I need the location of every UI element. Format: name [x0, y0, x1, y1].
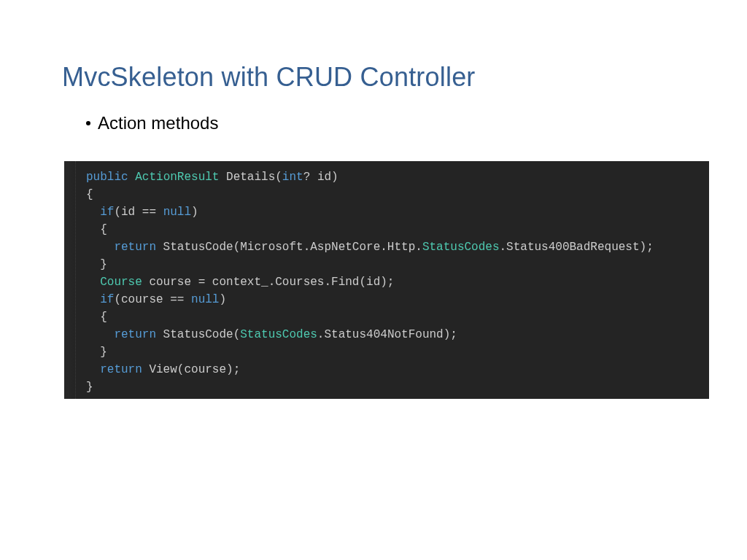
code-token: ActionResult: [135, 171, 219, 184]
code-token: int: [282, 171, 303, 184]
bullet-dot-icon: [86, 121, 90, 125]
code-token: (id ==: [114, 206, 163, 219]
code-token: StatusCode(Microsoft.AspNetCore.Http.: [156, 241, 422, 254]
code-token: }: [100, 258, 107, 271]
bullet-text: Action methods: [98, 113, 218, 133]
code-token: {: [100, 311, 107, 324]
code-gutter: [64, 161, 76, 399]
slide: MvcSkeleton with CRUD Controller Action …: [0, 0, 747, 560]
code-token: View(course);: [142, 363, 240, 376]
code-token: }: [100, 346, 107, 359]
code-block: public ActionResult Details(int? id) { i…: [64, 161, 709, 399]
code-token: Course: [100, 276, 142, 289]
code-token: {: [100, 223, 107, 236]
code-token: {: [86, 188, 93, 201]
code-token: if: [100, 293, 114, 306]
code-token: StatusCodes: [422, 241, 500, 254]
code-token: ): [191, 206, 198, 219]
code-token: (course ==: [114, 293, 191, 306]
code-token: if: [100, 206, 114, 219]
code-token: }: [86, 381, 93, 394]
code-token: return: [114, 328, 156, 341]
code-token: null: [191, 293, 219, 306]
code-token: StatusCode(: [156, 328, 240, 341]
bullet-item: Action methods: [0, 93, 747, 133]
code-token: course = context_.Courses.Find(id);: [142, 276, 395, 289]
code-token: .Status400BadRequest);: [500, 241, 654, 254]
code-token: return: [114, 241, 156, 254]
code-token: .Status404NotFound);: [317, 328, 457, 341]
code-content: public ActionResult Details(int? id) { i…: [86, 168, 654, 396]
code-token: ): [219, 293, 226, 306]
code-token: ? id): [303, 171, 338, 184]
code-token: return: [100, 363, 142, 376]
code-token: StatusCodes: [240, 328, 317, 341]
code-token: null: [163, 206, 191, 219]
slide-title: MvcSkeleton with CRUD Controller: [0, 0, 747, 93]
code-token: Details(: [226, 171, 282, 184]
code-token: public: [86, 171, 128, 184]
